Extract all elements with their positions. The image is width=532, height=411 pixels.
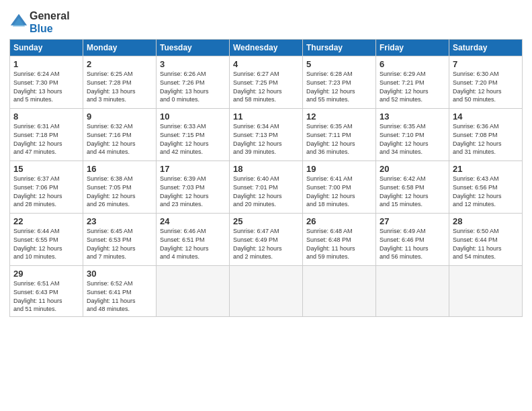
calendar-day-cell: 12Sunrise: 6:35 AMSunset: 7:11 PMDayligh… [303, 109, 376, 161]
calendar-day-cell: 8Sunrise: 6:31 AMSunset: 7:18 PMDaylight… [10, 109, 83, 161]
day-info: Sunrise: 6:50 AMSunset: 6:44 PMDaylight:… [453, 227, 519, 261]
day-info: Sunrise: 6:35 AMSunset: 7:10 PMDaylight:… [380, 122, 445, 156]
calendar-day-cell [303, 266, 376, 316]
day-info: Sunrise: 6:31 AMSunset: 7:18 PMDaylight:… [13, 122, 79, 156]
day-number: 24 [160, 216, 226, 226]
day-number: 5 [306, 59, 372, 69]
weekday-header-cell: Friday [376, 40, 449, 56]
calendar-day-cell: 23Sunrise: 6:45 AMSunset: 6:53 PMDayligh… [83, 214, 157, 266]
calendar-day-cell: 20Sunrise: 6:42 AMSunset: 6:58 PMDayligh… [376, 161, 449, 214]
day-number: 6 [380, 59, 445, 69]
day-number: 16 [87, 164, 152, 174]
calendar-day-cell [157, 266, 230, 316]
calendar-day-cell: 14Sunrise: 6:36 AMSunset: 7:08 PMDayligh… [449, 109, 523, 161]
logo: General Blue [9, 9, 70, 35]
calendar-week-row: 22Sunrise: 6:44 AMSunset: 6:55 PMDayligh… [10, 214, 523, 266]
calendar-day-cell: 3Sunrise: 6:26 AMSunset: 7:26 PMDaylight… [157, 56, 230, 109]
day-number: 8 [13, 111, 79, 122]
day-info: Sunrise: 6:38 AMSunset: 7:05 PMDaylight:… [87, 175, 152, 208]
day-number: 1 [13, 59, 79, 69]
day-info: Sunrise: 6:46 AMSunset: 6:51 PMDaylight:… [160, 227, 226, 261]
calendar-week-row: 15Sunrise: 6:37 AMSunset: 7:06 PMDayligh… [10, 161, 523, 214]
calendar-day-cell: 21Sunrise: 6:43 AMSunset: 6:56 PMDayligh… [449, 161, 523, 214]
calendar-day-cell [376, 266, 449, 316]
day-info: Sunrise: 6:42 AMSunset: 6:58 PMDaylight:… [380, 175, 445, 208]
day-number: 17 [160, 164, 226, 174]
calendar-day-cell: 6Sunrise: 6:29 AMSunset: 7:21 PMDaylight… [376, 56, 449, 109]
day-info: Sunrise: 6:44 AMSunset: 6:55 PMDaylight:… [13, 227, 79, 261]
calendar-day-cell: 28Sunrise: 6:50 AMSunset: 6:44 PMDayligh… [449, 214, 523, 266]
calendar-day-cell: 15Sunrise: 6:37 AMSunset: 7:06 PMDayligh… [10, 161, 83, 214]
day-number: 4 [233, 59, 299, 69]
calendar-day-cell: 17Sunrise: 6:39 AMSunset: 7:03 PMDayligh… [157, 161, 230, 214]
header: General Blue [9, 7, 523, 35]
weekday-header-cell: Wednesday [230, 40, 303, 56]
day-number: 26 [306, 216, 372, 226]
day-info: Sunrise: 6:45 AMSunset: 6:53 PMDaylight:… [87, 227, 152, 261]
calendar-day-cell: 13Sunrise: 6:35 AMSunset: 7:10 PMDayligh… [376, 109, 449, 161]
calendar-day-cell: 5Sunrise: 6:28 AMSunset: 7:23 PMDaylight… [303, 56, 376, 109]
calendar-body: 1Sunrise: 6:24 AMSunset: 7:30 PMDaylight… [10, 56, 523, 316]
calendar-day-cell: 27Sunrise: 6:49 AMSunset: 6:46 PMDayligh… [376, 214, 449, 266]
calendar-week-row: 8Sunrise: 6:31 AMSunset: 7:18 PMDaylight… [10, 109, 523, 161]
calendar-day-cell [449, 266, 523, 316]
calendar-day-cell [230, 266, 303, 316]
day-info: Sunrise: 6:32 AMSunset: 7:16 PMDaylight:… [87, 122, 152, 156]
day-info: Sunrise: 6:49 AMSunset: 6:46 PMDaylight:… [380, 227, 445, 261]
day-info: Sunrise: 6:24 AMSunset: 7:30 PMDaylight:… [13, 70, 79, 103]
calendar-week-row: 29Sunrise: 6:51 AMSunset: 6:43 PMDayligh… [10, 266, 523, 316]
day-number: 28 [453, 216, 519, 226]
logo-text: General Blue [30, 9, 70, 35]
day-number: 14 [453, 111, 519, 122]
day-info: Sunrise: 6:37 AMSunset: 7:06 PMDaylight:… [13, 175, 79, 208]
day-number: 27 [380, 216, 445, 226]
calendar-day-cell: 2Sunrise: 6:25 AMSunset: 7:28 PMDaylight… [83, 56, 157, 109]
calendar-day-cell: 19Sunrise: 6:41 AMSunset: 7:00 PMDayligh… [303, 161, 376, 214]
day-number: 19 [306, 164, 372, 174]
day-number: 22 [13, 216, 79, 226]
calendar-day-cell: 30Sunrise: 6:52 AMSunset: 6:41 PMDayligh… [83, 266, 157, 316]
day-info: Sunrise: 6:28 AMSunset: 7:23 PMDaylight:… [306, 70, 372, 103]
day-number: 9 [87, 111, 152, 122]
calendar-day-cell: 1Sunrise: 6:24 AMSunset: 7:30 PMDaylight… [10, 56, 83, 109]
calendar-day-cell: 10Sunrise: 6:33 AMSunset: 7:15 PMDayligh… [157, 109, 230, 161]
day-info: Sunrise: 6:35 AMSunset: 7:11 PMDaylight:… [306, 122, 372, 156]
day-info: Sunrise: 6:26 AMSunset: 7:26 PMDaylight:… [160, 70, 226, 103]
day-number: 13 [380, 111, 445, 122]
calendar-day-cell: 18Sunrise: 6:40 AMSunset: 7:01 PMDayligh… [230, 161, 303, 214]
calendar-day-cell: 22Sunrise: 6:44 AMSunset: 6:55 PMDayligh… [10, 214, 83, 266]
day-info: Sunrise: 6:27 AMSunset: 7:25 PMDaylight:… [233, 70, 299, 103]
day-number: 20 [380, 164, 445, 174]
day-info: Sunrise: 6:25 AMSunset: 7:28 PMDaylight:… [87, 70, 152, 103]
weekday-header-cell: Tuesday [157, 40, 230, 56]
calendar-day-cell: 4Sunrise: 6:27 AMSunset: 7:25 PMDaylight… [230, 56, 303, 109]
weekday-header-cell: Saturday [449, 40, 523, 56]
day-number: 2 [87, 59, 152, 69]
day-info: Sunrise: 6:51 AMSunset: 6:43 PMDaylight:… [13, 279, 79, 313]
day-number: 29 [13, 269, 79, 279]
day-number: 25 [233, 216, 299, 226]
weekday-header-row: SundayMondayTuesdayWednesdayThursdayFrid… [10, 40, 523, 56]
day-info: Sunrise: 6:41 AMSunset: 7:00 PMDaylight:… [306, 175, 372, 208]
calendar-day-cell: 26Sunrise: 6:48 AMSunset: 6:48 PMDayligh… [303, 214, 376, 266]
calendar-day-cell: 25Sunrise: 6:47 AMSunset: 6:49 PMDayligh… [230, 214, 303, 266]
day-number: 11 [233, 111, 299, 122]
day-info: Sunrise: 6:30 AMSunset: 7:20 PMDaylight:… [453, 70, 519, 103]
day-number: 7 [453, 59, 519, 69]
day-number: 12 [306, 111, 372, 122]
day-info: Sunrise: 6:39 AMSunset: 7:03 PMDaylight:… [160, 175, 226, 208]
day-number: 10 [160, 111, 226, 122]
page-container: General Blue SundayMondayTuesdayWednesda… [0, 0, 532, 322]
calendar-day-cell: 24Sunrise: 6:46 AMSunset: 6:51 PMDayligh… [157, 214, 230, 266]
day-number: 15 [13, 164, 79, 174]
calendar-day-cell: 16Sunrise: 6:38 AMSunset: 7:05 PMDayligh… [83, 161, 157, 214]
day-number: 18 [233, 164, 299, 174]
logo-icon [9, 13, 28, 32]
day-number: 3 [160, 59, 226, 69]
calendar-day-cell: 9Sunrise: 6:32 AMSunset: 7:16 PMDaylight… [83, 109, 157, 161]
day-info: Sunrise: 6:29 AMSunset: 7:21 PMDaylight:… [380, 70, 445, 103]
day-info: Sunrise: 6:47 AMSunset: 6:49 PMDaylight:… [233, 227, 299, 261]
calendar-week-row: 1Sunrise: 6:24 AMSunset: 7:30 PMDaylight… [10, 56, 523, 109]
day-info: Sunrise: 6:48 AMSunset: 6:48 PMDaylight:… [306, 227, 372, 261]
day-number: 23 [87, 216, 152, 226]
